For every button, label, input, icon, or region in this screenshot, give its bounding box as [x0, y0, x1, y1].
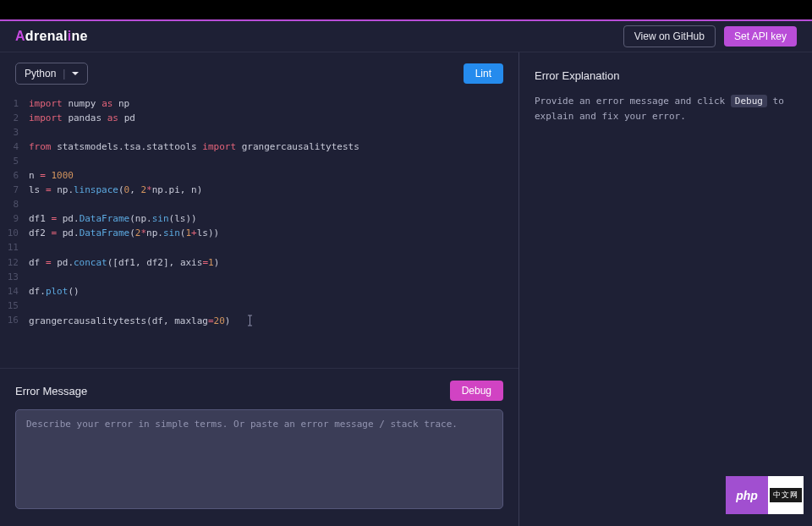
- line-number: 9: [0, 211, 29, 226]
- line-number: 13: [0, 270, 29, 284]
- line-number: 7: [0, 183, 29, 197]
- main-content: Python | Lint 1import numpy as np 2impor…: [0, 52, 812, 526]
- app-logo: Adrenaline: [15, 29, 88, 44]
- line-number: 15: [0, 299, 29, 313]
- line-number: 2: [0, 111, 29, 125]
- line-number: 16: [0, 313, 29, 328]
- php-watermark-badge: php 中文网: [726, 476, 804, 514]
- line-number: 11: [0, 240, 29, 255]
- line-number: 5: [0, 154, 29, 168]
- explanation-pre: Provide an error message and click: [535, 96, 731, 107]
- code-editor[interactable]: 1import numpy as np 2import pandas as pd…: [0, 91, 518, 368]
- explanation-pane: Error Explanation Provide an error messa…: [519, 52, 812, 526]
- line-number: 4: [0, 140, 29, 154]
- chevron-down-icon: [72, 72, 79, 75]
- text-cursor-icon: [247, 315, 252, 326]
- error-input[interactable]: [15, 409, 503, 509]
- line-number: 1: [0, 96, 29, 111]
- logo-mid2: ne: [71, 29, 87, 43]
- set-api-key-button[interactable]: Set API key: [724, 26, 797, 47]
- window-top-bar: [0, 0, 812, 21]
- editor-toolbar: Python | Lint: [0, 52, 518, 91]
- logo-accent-a: A: [15, 29, 25, 43]
- select-divider: |: [63, 68, 65, 79]
- explanation-title: Error Explanation: [535, 69, 797, 82]
- logo-mid1: drenal: [25, 29, 68, 43]
- error-message-section: Error Message Debug: [0, 368, 518, 526]
- explanation-body: Provide an error message and click Debug…: [535, 94, 797, 123]
- php-logo-text: php: [726, 476, 768, 514]
- debug-button[interactable]: Debug: [450, 381, 503, 401]
- language-label: Python: [25, 68, 56, 79]
- line-number: 10: [0, 226, 29, 240]
- lint-button[interactable]: Lint: [464, 63, 503, 84]
- error-message-title: Error Message: [15, 385, 87, 397]
- app-header: Adrenaline View on GitHub Set API key: [0, 21, 812, 52]
- line-number: 8: [0, 197, 29, 211]
- explanation-cmd: Debug: [731, 95, 767, 107]
- line-number: 6: [0, 168, 29, 183]
- language-select[interactable]: Python |: [15, 63, 88, 85]
- line-number: 12: [0, 255, 29, 270]
- line-number: 14: [0, 284, 29, 299]
- view-github-button[interactable]: View on GitHub: [623, 25, 716, 47]
- line-number: 3: [0, 125, 29, 140]
- php-cn-text: 中文网: [770, 488, 802, 502]
- code-pane: Python | Lint 1import numpy as np 2impor…: [0, 52, 519, 526]
